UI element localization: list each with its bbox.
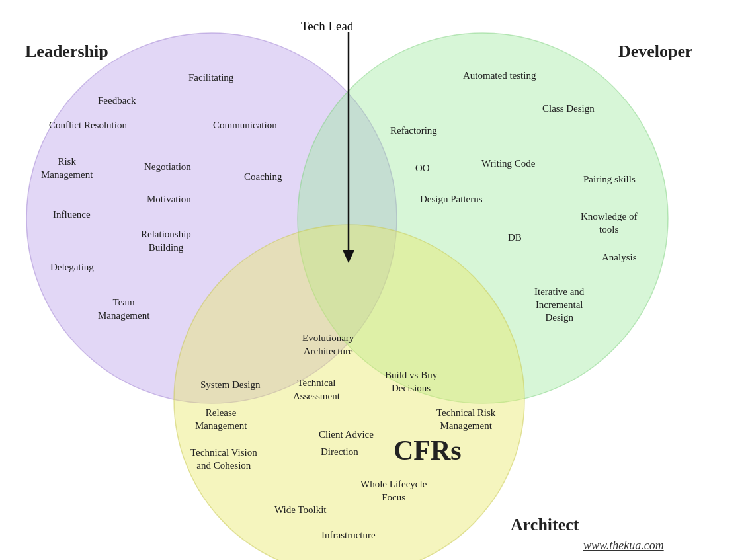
venn-diagram: Tech Lead Leadership Developer Architect… [0, 0, 746, 560]
venn-svg [0, 0, 746, 560]
watermark: www.thekua.com [583, 539, 664, 553]
svg-point-2 [174, 225, 524, 560]
